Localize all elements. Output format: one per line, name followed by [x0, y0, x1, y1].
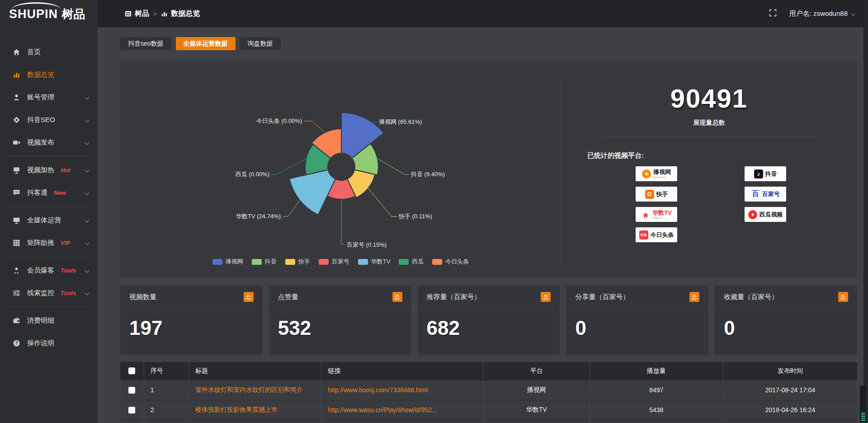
table-header-row: 序号标题链接平台播放量发布时间 — [120, 362, 857, 380]
platform-name: 百家号 — [762, 191, 780, 197]
stat-card-value: 0 — [566, 309, 708, 339]
topbar: 树品 > 数据总览 用户名: zswodun88 — [98, 0, 868, 28]
chevron-down-icon — [85, 268, 90, 273]
row-checkbox[interactable] — [128, 407, 135, 414]
pie-label-5: 西瓜 (0.00%) — [236, 171, 269, 178]
stat-card-title: 分享量（百家号） — [575, 293, 629, 301]
total-badge[interactable]: 总 — [838, 292, 848, 302]
pie-label-0: 播视网 (65.61%) — [379, 118, 422, 125]
floating-widget[interactable] — [859, 385, 867, 423]
legend-item-1[interactable]: 抖音 — [252, 258, 277, 266]
total-badge[interactable]: 总 — [244, 292, 254, 302]
stat-card-value: 0 — [715, 309, 857, 339]
sidebar-item-tag: VIP — [61, 240, 70, 246]
stat-card-header: 分享量（百家号） 总 — [566, 285, 708, 309]
stat-card-title: 视频数量 — [129, 293, 156, 301]
chart-panel: 播视网 (65.61%)抖音 (9.40%)快手 (0.11%)百家号 (0.1… — [120, 61, 857, 277]
grid-icon — [13, 239, 20, 247]
breadcrumb-item-current[interactable]: 数据总览 — [161, 9, 200, 19]
chevron-down-icon — [851, 12, 855, 16]
stat-card-value: 197 — [120, 309, 263, 339]
row-checkbox[interactable] — [128, 387, 135, 394]
scrollbar[interactable] — [863, 0, 868, 423]
legend-item-4[interactable]: 华数TV — [358, 258, 391, 266]
pie-label-1: 抖音 (9.40%) — [410, 171, 445, 178]
sidebar-item-label: 首页 — [27, 48, 41, 56]
sidebar-item-tag: Hot — [61, 167, 71, 174]
column-header-1: 标题 — [189, 362, 321, 380]
tab-0[interactable]: 抖音seo数据 — [120, 37, 171, 50]
platform-badge-grid: 播视网boosj.com快手*华数TVwasu.cn头条今日头条♪抖音百百家号西… — [636, 166, 857, 242]
video-icon — [13, 139, 20, 146]
sidebar-item-7[interactable]: 全媒体运营 — [0, 209, 98, 231]
total-badge[interactable]: 总 — [541, 292, 551, 302]
sidebar-divider — [7, 256, 90, 257]
total-badge[interactable]: 总 — [689, 292, 699, 302]
platform-name: 西瓜视频 — [760, 212, 783, 217]
help-icon: ? — [13, 339, 20, 347]
sidebar-item-label: 抖客通 — [27, 188, 47, 197]
main-content: 抖音seo数据全媒体运营数据询盘数据 播视网 (65.61%)抖音 (9.40%… — [98, 28, 868, 423]
sidebar-item-0[interactable]: 首页 — [0, 41, 98, 63]
total-badge[interactable]: 总 — [392, 292, 402, 302]
stat-card-3: 分享量（百家号） 总 0 — [566, 285, 708, 355]
chevron-down-icon — [85, 118, 90, 122]
legend-item-3[interactable]: 百家号 — [319, 258, 349, 266]
stat-card-value: 682 — [418, 309, 560, 339]
sidebar-item-2[interactable]: 账号管理 — [0, 86, 98, 108]
cell-title-link[interactable]: 室外水纹灯和室内水纹灯的区别和简介 — [189, 380, 321, 400]
breadcrumb-label: 树品 — [135, 9, 149, 19]
platform-name: 华数TV — [652, 210, 672, 216]
total-impressions-value: 90491 — [561, 83, 857, 113]
legend-item-5[interactable]: 西瓜 — [399, 258, 424, 266]
member-icon — [13, 267, 20, 274]
video-table: 序号标题链接平台播放量发布时间 1室外水纹灯和室内水纹灯的区别和简介http:/… — [120, 362, 857, 423]
column-header-3: 平台 — [484, 362, 590, 380]
sidebar-item-label: 线索监控 — [27, 289, 54, 297]
legend-swatch — [432, 259, 442, 265]
fullscreen-icon[interactable] — [769, 9, 777, 19]
pie-slice-4[interactable] — [289, 170, 335, 215]
user-menu[interactable]: 用户名: zswodun88 — [789, 9, 854, 18]
sidebar-item-6[interactable]: 抖客通New — [0, 181, 98, 204]
kuaishou-logo — [645, 190, 654, 199]
legend-item-2[interactable]: 快手 — [285, 258, 310, 266]
sidebar-item-4[interactable]: 视频发布 — [0, 131, 98, 154]
user-area: 用户名: zswodun88 — [769, 9, 854, 19]
breadcrumb-item-home[interactable]: 树品 — [125, 9, 149, 19]
stat-card-header: 视频数量 总 — [120, 285, 263, 309]
legend-item-6[interactable]: 今日头条 — [432, 258, 469, 266]
stat-cards-row: 视频数量 总 197 点赞量 总 532 推荐量（百家号） 总 682 分享量（… — [120, 285, 857, 355]
chevron-down-icon — [85, 190, 90, 195]
sidebar-item-1[interactable]: 数据总览 — [0, 63, 98, 86]
sidebar-item-3[interactable]: 抖音SEO — [0, 108, 98, 131]
tab-2[interactable]: 询盘数据 — [240, 37, 281, 50]
cell-url-link[interactable]: http://www.boosj.com/7338468.html — [321, 380, 484, 400]
sidebar-item-11[interactable]: 消费明细 — [0, 309, 98, 332]
platforms-label: 已统计的视频平台: — [587, 151, 857, 160]
cell-title-link[interactable]: 楼体投影灯投影效果震撼上市 — [189, 400, 321, 420]
row-select-cell — [120, 400, 144, 420]
platform-name: 播视网 — [653, 169, 671, 175]
sidebar-item-label: 视频发布 — [27, 138, 54, 147]
column-header-0: 序号 — [144, 362, 189, 380]
tab-1[interactable]: 全媒体运营数据 — [176, 37, 236, 50]
sidebar-item-8[interactable]: 矩阵助推VIP — [0, 231, 98, 254]
sidebar-item-5[interactable]: 视频加热Hot — [0, 159, 98, 181]
stat-card-value: 532 — [269, 309, 411, 339]
sidebar-item-10[interactable]: 线索监控Tools — [0, 282, 98, 304]
column-header-2: 链接 — [321, 362, 484, 380]
legend-item-0[interactable]: 播视网 — [212, 258, 243, 266]
platform-name: 今日头条 — [651, 232, 674, 238]
cell-url-link[interactable]: http://www.wasu.cn/Play/show/id/952... — [321, 400, 484, 420]
sidebar-item-12[interactable]: ?操作说明 — [0, 332, 98, 354]
username-label: 用户名: zswodun88 — [789, 9, 848, 18]
select-all-checkbox[interactable] — [128, 367, 135, 374]
pie-label-3: 百家号 (0.15%) — [347, 241, 387, 248]
sidebar-nav: 首页数据总览账号管理抖音SEO视频发布视频加热Hot抖客通New全媒体运营矩阵助… — [0, 28, 98, 354]
logo-arc-decoration — [12, 2, 61, 9]
breadcrumb: 树品 > 数据总览 — [125, 9, 200, 19]
sidebar-item-9[interactable]: 会员爆客Tools — [0, 259, 98, 282]
table-row-0: 1室外水纹灯和室内水纹灯的区别和简介http://www.boosj.com/7… — [120, 380, 857, 400]
heat-icon — [13, 166, 20, 174]
